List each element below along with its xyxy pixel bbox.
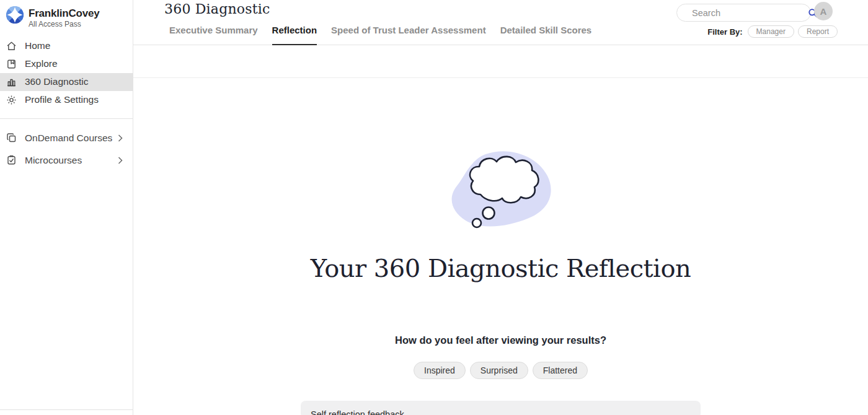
sidebar-item-home[interactable]: Home [0, 37, 133, 55]
sidebar-divider [0, 118, 133, 119]
sidebar-item-label: 360 Diagnostic [25, 76, 89, 87]
brand-tagline: All Access Pass [29, 20, 100, 28]
primary-nav: Home Explore 360 Diagnostic [0, 37, 133, 109]
tab-reflection[interactable]: Reflection [272, 25, 317, 45]
feeling-inspired-button[interactable]: Inspired [414, 362, 466, 379]
thought-bubble-medium [482, 208, 494, 219]
feedback-textarea[interactable]: Self reflection feedback. [301, 401, 701, 415]
sidebar-item-profile-settings[interactable]: Profile & Settings [0, 91, 133, 109]
chevron-right-icon [118, 157, 123, 164]
bar-chart-icon [6, 77, 17, 87]
avatar[interactable]: A [814, 2, 833, 20]
page-title: 360 Diagnostic [164, 1, 270, 17]
search-bar[interactable] [676, 4, 811, 22]
sidebar-item-ondemand-courses[interactable]: OnDemand Courses [0, 127, 133, 149]
sidebar-item-label: Profile & Settings [25, 94, 99, 105]
explore-icon [6, 59, 17, 69]
clipboard-check-icon [6, 155, 17, 165]
search-input[interactable] [677, 8, 808, 18]
header: 360 Diagnostic Executive Summary Reflect… [133, 0, 868, 45]
feeling-options: Inspired Surprised Flattered [414, 362, 588, 379]
filter-report-button[interactable]: Report [798, 25, 838, 38]
tab-speed-of-trust[interactable]: Speed of Trust Leader Assessment [331, 25, 486, 45]
filter-manager-button[interactable]: Manager [748, 25, 794, 38]
feeling-flattered-button[interactable]: Flattered [533, 362, 588, 379]
brand-name: FranklinCovey [29, 8, 100, 20]
content-divider [133, 77, 868, 78]
sidebar-item-label: OnDemand Courses [25, 133, 112, 144]
franklincovey-logo-icon [6, 6, 24, 26]
feelings-question: How do you feel after viewing your resul… [395, 334, 606, 346]
sidebar-item-explore[interactable]: Explore [0, 55, 133, 73]
sidebar-bottom-divider [0, 409, 133, 410]
thought-cloud-illustration [450, 150, 552, 233]
feeling-surprised-button[interactable]: Surprised [470, 362, 528, 379]
filter-row: Filter By: Manager Report [707, 25, 838, 38]
sidebar: FranklinCovey All Access Pass Home Explo… [0, 0, 133, 415]
copy-icon [6, 133, 17, 143]
brand-logo[interactable]: FranklinCovey All Access Pass [0, 0, 133, 28]
thought-bubble-small [472, 219, 481, 227]
sidebar-item-microcourses[interactable]: Microcourses [0, 149, 133, 172]
filter-by-label: Filter By: [707, 27, 742, 37]
sidebar-item-label: Explore [25, 58, 58, 69]
sidebar-item-label: Home [25, 40, 50, 51]
secondary-nav: OnDemand Courses Microcourses [0, 127, 133, 172]
tab-executive-summary[interactable]: Executive Summary [169, 25, 258, 45]
home-icon [6, 41, 17, 51]
gear-icon [6, 95, 17, 105]
chevron-right-icon [118, 134, 123, 142]
main-content: Your 360 Diagnostic Reflection How do yo… [133, 46, 868, 415]
reflection-heading: Your 360 Diagnostic Reflection [311, 254, 691, 282]
tab-detailed-skill-scores[interactable]: Detailed Skill Scores [500, 25, 592, 45]
tab-bar: Executive Summary Reflection Speed of Tr… [169, 25, 591, 45]
sidebar-item-label: Microcourses [25, 155, 82, 166]
sidebar-item-360-diagnostic[interactable]: 360 Diagnostic [0, 73, 133, 91]
